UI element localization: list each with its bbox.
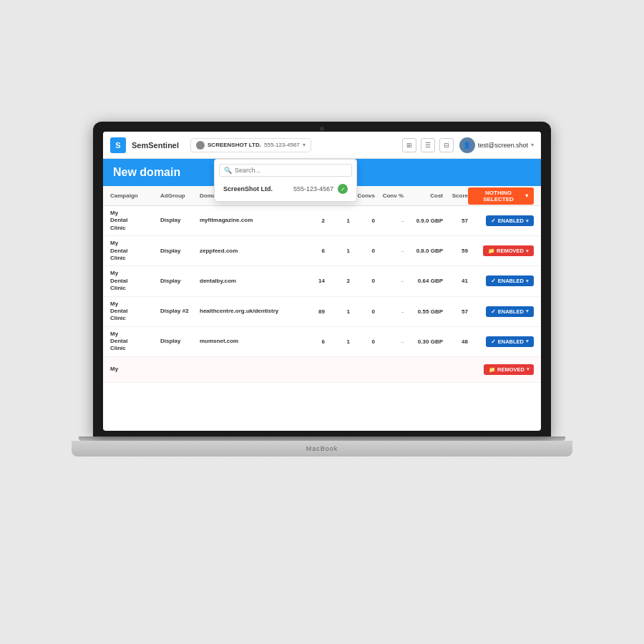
table-row: MyDentalClinic Display #2 healthcentre.o… — [103, 297, 541, 327]
status-label: REMOVED — [497, 366, 525, 373]
status-enabled-button[interactable]: ✓ ENABLED ▾ — [486, 275, 534, 286]
cell-domain: dentalby.com — [200, 278, 236, 284]
page-title: New domain — [113, 166, 180, 179]
nav-user[interactable]: 👤 test@screen.shot ▾ — [459, 137, 534, 153]
col-header-action: NOTHING SELECTED ▾ — [468, 187, 534, 205]
dropdown-item-name: ScreenShot Ltd. — [223, 185, 289, 192]
cell-adgroup: Display — [160, 217, 180, 223]
cell-campaign: MyDentalClinic — [110, 301, 127, 322]
chevron-down-icon: ▾ — [526, 248, 529, 254]
col-header-score: Score — [443, 192, 468, 199]
status-removed-button[interactable]: 📁 REMOVED ▾ — [484, 364, 534, 375]
col-header-campaign: Campaign — [110, 192, 160, 199]
chevron-down-icon: ▾ — [526, 308, 529, 314]
nothing-selected-label: NOTHING SELECTED — [474, 190, 523, 203]
grid-icon[interactable]: ⊞ — [402, 138, 416, 152]
cell-domain: healthcentre.org.uk/dentistry — [200, 308, 278, 314]
laptop-base: MacBook — [72, 441, 572, 457]
table-row: MyDentalClinic Display dentalby.com 14 2… — [103, 266, 541, 296]
account-chevron-icon: ▾ — [303, 142, 306, 148]
table-row: MyDentalClinic Display myfitmagazine.com… — [103, 206, 541, 236]
status-enabled-button[interactable]: ✓ ENABLED ▾ — [486, 306, 534, 317]
cell-cost: 0.8.0 GBP — [416, 248, 443, 254]
cell-impress: 14 — [318, 278, 325, 284]
cell-campaign: MyDentalClinic — [110, 240, 127, 261]
laptop-brand-label: MacBook — [306, 445, 338, 452]
cell-cost: 0.30 GBP — [418, 338, 443, 345]
table-row: My 📁 REMOVED ▾ — [103, 357, 541, 383]
status-removed-button[interactable]: 📁 REMOVED ▾ — [483, 245, 534, 256]
user-avatar: 👤 — [459, 137, 475, 153]
nothing-selected-chevron-icon: ▾ — [525, 192, 528, 199]
dropdown-check-icon: ✓ — [338, 184, 348, 194]
cell-cost: 0.55 GBP — [418, 308, 443, 315]
search-input[interactable] — [235, 167, 347, 174]
list-icon[interactable]: ☰ — [421, 138, 435, 152]
nav-icons: ⊞ ☰ ⊟ — [402, 138, 454, 152]
table-row: MyDentalClinic Display mumsnet.com 6 1 0… — [103, 327, 541, 357]
cell-score: 57 — [462, 218, 468, 224]
chevron-down-icon: ▾ — [527, 366, 530, 372]
account-label: SCREENSHOT LTD. — [208, 142, 261, 148]
cell-adgroup: Display — [160, 278, 180, 284]
status-label: ENABLED — [498, 308, 524, 315]
cell-cost: 0.64 GBP — [418, 278, 443, 284]
cell-campaign: MyDentalClinic — [110, 270, 127, 291]
status-enabled-button[interactable]: ✓ ENABLED ▾ — [486, 336, 534, 347]
cell-score: 41 — [462, 278, 468, 284]
user-email: test@screen.shot — [478, 142, 528, 149]
cell-cost: 0.9.0 GBP — [416, 218, 443, 224]
account-icon — [196, 141, 205, 150]
app-content: S SemSentinel SCREENSHOT LTD. 555-123-45… — [103, 132, 541, 431]
scene: S SemSentinel SCREENSHOT LTD. 555-123-45… — [79, 122, 565, 522]
check-icon: ✓ — [491, 278, 496, 284]
status-enabled-button[interactable]: ✓ ENABLED ▾ — [486, 215, 534, 226]
cell-score: 57 — [462, 308, 468, 315]
status-label: REMOVED — [497, 248, 524, 254]
nav-logo: S — [110, 137, 126, 153]
nav-brand: SemSentinel — [132, 141, 179, 150]
col-header-conv-pct: Conv % — [375, 192, 404, 199]
cell-domain: myfitmagazine.com — [200, 217, 253, 223]
dropdown-account-item[interactable]: ScreenShot Ltd. 555-123-4567 ✓ — [219, 181, 352, 197]
laptop-bezel: S SemSentinel SCREENSHOT LTD. 555-123-45… — [93, 122, 551, 436]
cell-score: 59 — [462, 248, 468, 254]
chevron-down-icon: ▾ — [526, 338, 529, 344]
cell-adgroup: Display — [160, 248, 180, 254]
chevron-down-icon: ▾ — [526, 218, 529, 224]
status-label: ENABLED — [498, 218, 524, 224]
cell-impress: 89 — [318, 308, 325, 315]
table-row: MyDentalClinic Display zeppfeed.com 6 1 … — [103, 236, 541, 266]
col-header-cost: Cost — [404, 192, 443, 199]
nothing-selected-button[interactable]: NOTHING SELECTED ▾ — [468, 187, 534, 205]
laptop-screen: S SemSentinel SCREENSHOT LTD. 555-123-45… — [103, 132, 541, 431]
folder-icon: 📁 — [489, 366, 495, 373]
cell-adgroup: Display — [160, 338, 180, 344]
laptop-camera — [320, 127, 324, 131]
account-phone: 555-123-4567 — [264, 142, 300, 148]
cell-campaign: MyDentalClinic — [110, 331, 127, 352]
table-container: Campaign AdGroup Domain Impress Clicks C… — [103, 186, 541, 431]
check-icon: ✓ — [491, 338, 496, 345]
folder-icon: 📁 — [488, 248, 494, 254]
nav-account-selector[interactable]: SCREENSHOT LTD. 555-123-4567 ▾ — [190, 138, 311, 152]
dropdown-search-box[interactable]: 🔍 — [219, 164, 352, 177]
cell-domain: zeppfeed.com — [200, 248, 238, 254]
table-icon[interactable]: ⊟ — [439, 138, 454, 152]
cell-campaign: MyDentalClinic — [110, 210, 127, 231]
user-chevron-icon: ▾ — [531, 142, 534, 148]
account-dropdown: 🔍 ScreenShot Ltd. 555-123-4567 ✓ — [214, 159, 357, 202]
cell-score: 48 — [462, 338, 468, 345]
col-header-adgroup: AdGroup — [160, 192, 200, 199]
search-icon: 🔍 — [224, 167, 232, 174]
chevron-down-icon: ▾ — [526, 278, 529, 284]
cell-adgroup: Display #2 — [160, 308, 189, 314]
cell-domain: mumsnet.com — [200, 338, 238, 344]
status-label: ENABLED — [498, 338, 524, 345]
check-icon: ✓ — [491, 308, 496, 315]
cell-campaign: My — [110, 366, 118, 372]
check-icon: ✓ — [491, 218, 496, 224]
status-label: ENABLED — [498, 278, 524, 284]
dropdown-item-phone: 555-123-4567 — [293, 185, 333, 192]
app-nav: S SemSentinel SCREENSHOT LTD. 555-123-45… — [103, 132, 541, 159]
